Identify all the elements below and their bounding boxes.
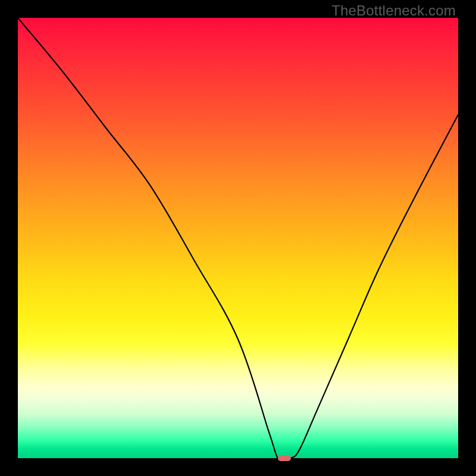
watermark-text: TheBottleneck.com xyxy=(331,2,456,19)
chart-frame: TheBottleneck.com xyxy=(0,0,476,476)
plot-area xyxy=(18,18,458,458)
curve-path xyxy=(18,18,458,461)
bottleneck-curve xyxy=(18,18,458,458)
optimum-marker xyxy=(278,455,291,461)
